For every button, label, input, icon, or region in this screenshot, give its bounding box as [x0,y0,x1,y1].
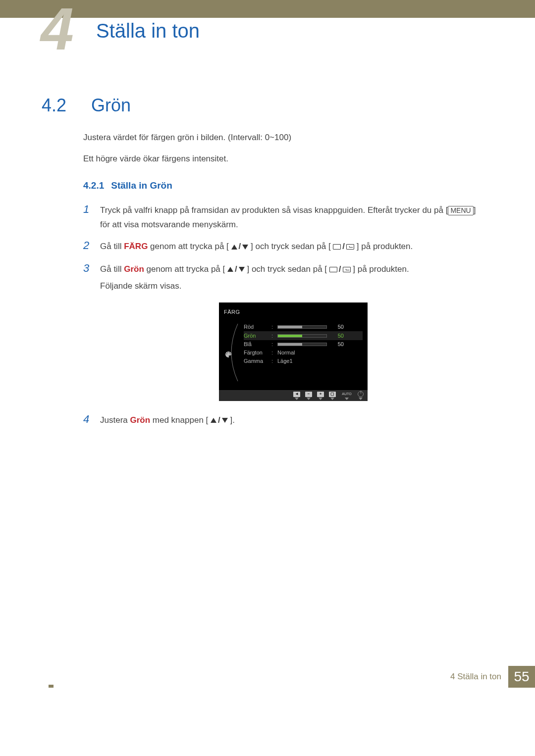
step-3-a: Gå till [100,264,124,274]
header-band [0,0,535,18]
chapter-number-bg: 4 [41,0,74,58]
step-4-text: Justera Grön med knappen [ / ]. [100,413,486,428]
osd-row-blue: Blå : 50 [244,340,363,349]
subsection-title: Ställa in Grön [111,180,172,191]
step-2: 2 Gå till FÄRG genom att trycka på [ / ]… [83,236,486,254]
step-3-text: Gå till Grön genom att trycka på [ / ] o… [100,262,486,406]
down-arrow-icon [242,245,248,250]
svg-point-0 [226,353,227,354]
osd-row-red: Röd : 50 [244,323,363,331]
osd-btn-glyph: ▢ [329,392,336,397]
section-desc-1: Justera värdet för färgen grön i bilden.… [83,131,486,144]
step-1-text: Tryck på valfri knapp på framsidan av pr… [100,203,486,232]
osd-nav-auto-icon: AUTO [341,391,353,400]
step-2-number: 2 [83,236,92,254]
osd-label: Gamma [244,356,268,366]
footer-bar: 4 Ställa in ton 55 [450,666,535,688]
step-1-text-a: Tryck på valfri knapp på framsidan av pr… [100,205,448,215]
step-1-number: 1 [83,200,92,218]
osd-value-text: Läge1 [277,356,293,366]
subsection-number: 4.2.1 [83,180,104,191]
osd-btn-glyph: + [317,392,324,397]
up-arrow-icon [231,245,237,250]
page-content: 4.2 Grön Justera värdet för färgen grön … [0,95,535,428]
step-2-text: Gå till FÄRG genom att trycka på [ / ] o… [100,240,486,254]
step-3-d: ] på produkten. [353,264,409,274]
step-2-a: Gå till [100,242,124,251]
osd-label: Blå [244,340,268,349]
slash-icon: / [237,242,243,251]
step-2-b: genom att trycka på [ [148,242,228,251]
colon-icon: : [271,356,274,366]
subsection-heading: 4.2.1 Ställa in Grön [83,180,486,191]
step-4: 4 Justera Grön med knappen [ / ]. [83,410,486,428]
slash-icon: / [337,264,343,274]
step-4-a: Justera [100,415,130,425]
osd-auto-label: AUTO [341,391,353,397]
colon-icon: : [271,340,274,349]
down-arrow-icon [222,418,228,423]
down-caret-icon [330,398,334,400]
osd-label: Färgton [244,348,268,357]
osd-slider-fill [278,326,302,328]
source-icon [333,244,341,250]
footer-chapter-label: 4 Ställa in ton [450,672,508,682]
slash-icon: / [216,415,222,425]
osd-row-gamma: Gamma : Läge1 [244,357,363,365]
osd-bottom-bar: ◄ − + ▢ AUTO [219,390,368,401]
slash-icon: / [233,264,239,274]
osd-body: Röd : 50 Grön : 50 Blå [219,321,368,390]
osd-btn-glyph: ◄ [293,392,300,397]
page-footer: 4 Ställa in ton 55 [0,666,535,688]
slash-icon: / [341,242,346,251]
osd-slider-fill [278,343,302,346]
footer-accent [49,685,54,688]
step-3-b: genom att trycka på [ [144,264,225,274]
osd-slider-fill [278,335,302,337]
osd-label: Röd [244,322,268,332]
osd-row-green-selected: Grön : 50 [244,331,363,340]
osd-slider [277,334,327,338]
osd-title: FÄRG [219,305,368,321]
up-arrow-icon [227,267,233,272]
down-arrow-icon [239,267,245,272]
section-number: 4.2 [42,95,76,116]
chapter-title: Ställa in ton [96,20,200,42]
osd-value: 50 [330,340,344,349]
colon-icon: : [271,331,274,341]
palette-icon [223,351,234,358]
osd-curve [224,323,239,385]
osd-value-text: Normal [277,348,295,357]
down-caret-icon [319,398,322,400]
osd-menu: FÄRG Röd : [219,302,368,401]
step-3-c: ] och tryck sedan på [ [247,264,327,274]
step-2-keyword: FÄRG [124,242,148,251]
svg-point-3 [230,353,231,354]
down-caret-icon [345,398,349,400]
chapter-header: 4 Ställa in ton [0,18,535,46]
down-caret-icon [359,398,363,400]
step-3-number: 3 [83,259,92,277]
step-2-c: ] och tryck sedan på [ [251,242,331,251]
osd-nav-minus-icon: − [305,392,312,400]
step-4-b: med knappen [ [150,415,208,425]
osd-nav-back-icon: ◄ [293,392,300,400]
up-arrow-icon [211,418,216,423]
osd-list: Röd : 50 Grön : 50 Blå [244,323,363,385]
osd-slider [277,325,327,329]
osd-nav-source-icon: ▢ [329,392,336,400]
osd-btn-glyph: − [305,392,312,397]
menu-button-label: MENU [448,206,473,215]
step-3-follow: Följande skärm visas. [100,279,486,294]
enter-icon [343,267,351,272]
svg-point-2 [229,352,230,353]
down-caret-icon [295,398,299,400]
enter-icon [346,244,354,250]
step-1: 1 Tryck på valfri knapp på framsidan av … [83,200,486,232]
step-4-keyword: Grön [130,415,150,425]
step-3-keyword: Grön [124,264,144,274]
section-title: Grön [91,95,131,116]
svg-point-1 [227,352,228,353]
step-3: 3 Gå till Grön genom att trycka på [ / ]… [83,259,486,406]
step-4-number: 4 [83,410,92,428]
